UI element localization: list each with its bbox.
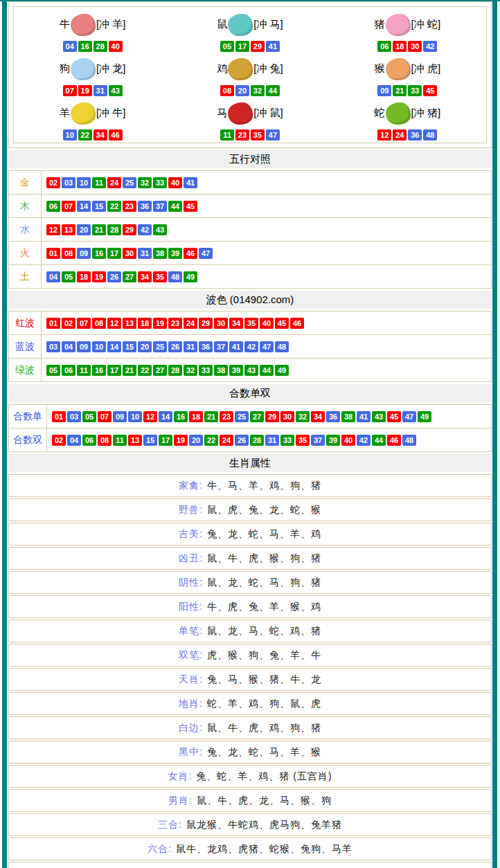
shengxiao-row-value: 鼠、牛、虎、鸡、狗、猪: [207, 722, 321, 734]
number-ball-17: 17: [107, 248, 121, 259]
number-ball-37: 37: [153, 201, 167, 212]
number-ball-09: 09: [377, 85, 391, 96]
horse-icon: [228, 102, 253, 125]
shengxiao-row-double-stroke: 双笔:虎、猴、狗、兔、羊、牛: [8, 644, 492, 667]
number-ball-43: 43: [109, 85, 123, 96]
zodiac-numbers: 12243648: [377, 129, 437, 141]
shengxiao-row-value: 兔、龙、蛇、马、羊、猴: [207, 746, 321, 759]
zodiac-name: 狗: [60, 62, 70, 75]
number-ball-14: 14: [77, 201, 91, 212]
number-ball-38: 38: [341, 411, 355, 422]
zodiac-numbers: 08203244: [220, 85, 280, 96]
number-ball-38: 38: [214, 365, 228, 376]
number-ball-03: 03: [46, 341, 60, 352]
number-ball-43: 43: [153, 224, 167, 235]
number-ball-22: 22: [204, 435, 218, 446]
bose-numbers-green: 05061116172122272832333839434449: [42, 359, 289, 381]
zodiac-cell-dog: 狗[冲 龙] 07193143: [14, 53, 171, 97]
shengxiao-row-unlucky: 凶丑:鼠、牛、虎、猴、狗、猪: [8, 547, 492, 570]
bose-row: 红波 0102070812131819232429303435404546: [9, 311, 491, 334]
shengxiao-row-value: 牛、马、羊、鸡、狗、猪: [207, 480, 321, 492]
shengxiao-row-value: 鼠牛、龙鸡、虎猪、蛇猴、兔狗、马羊: [176, 843, 352, 856]
zodiac-cell-pig: 猪[冲 蛇] 06183042: [329, 8, 486, 53]
lottery-reference-table: 牛[冲 羊] 04162840 鼠[冲 马] 05172941 猪[冲 蛇] 0…: [8, 1, 492, 868]
number-ball-22: 22: [138, 365, 152, 376]
shengxiao-row-sanhe: 三合:鼠龙猴、牛蛇鸡、虎马狗、兔羊猪: [8, 813, 492, 836]
wuxing-numbers: 0108091617303138394647: [42, 242, 213, 264]
shengxiao-row-value: 虎、猴、狗、兔、羊、牛: [207, 649, 321, 662]
number-ball-12: 12: [46, 224, 60, 235]
number-ball-32: 32: [184, 365, 197, 376]
zodiac-clash-label: [冲 蛇]: [411, 18, 441, 31]
shengxiao-row-value: 鼠、牛、虎、猴、狗、猪: [207, 552, 321, 565]
zodiac-clash-label: [冲 猪]: [411, 107, 441, 120]
wuxing-numbers: 06071415222336374445: [42, 195, 197, 217]
number-ball-03: 03: [62, 177, 75, 188]
number-ball-10: 10: [77, 177, 91, 188]
number-ball-32: 32: [296, 411, 310, 422]
number-ball-22: 22: [107, 201, 121, 212]
number-ball-43: 43: [244, 365, 258, 376]
zodiac-clash-label: [冲 羊]: [96, 18, 126, 31]
number-ball-02: 02: [46, 177, 60, 188]
number-ball-42: 42: [357, 435, 370, 446]
wuxing-label-gold: 金: [9, 171, 42, 194]
wuxing-row: 金 02031011242532334041: [9, 171, 491, 194]
shengxiao-row-yin: 阴性:鼠、龙、蛇、马、狗、猪: [8, 571, 492, 594]
number-ball-01: 01: [52, 411, 66, 422]
shengxiao-row-domestic: 家禽:牛、马、羊、鸡、狗、猪: [8, 474, 492, 497]
shengxiao-row-value: 鼠龙猴、牛蛇鸡、虎马狗、兔羊猪: [186, 819, 342, 831]
number-ball-19: 19: [153, 318, 167, 329]
bose-numbers-red: 0102070812131819232429303435404546: [42, 311, 304, 334]
number-ball-35: 35: [296, 435, 310, 446]
number-ball-28: 28: [250, 435, 264, 446]
number-ball-49: 49: [184, 271, 197, 282]
shengxiao-row-white-edge: 白边:鼠、牛、虎、鸡、狗、猪: [8, 716, 492, 739]
zodiac-clash-grid: 牛[冲 羊] 04162840 鼠[冲 马] 05172941 猪[冲 蛇] 0…: [13, 6, 487, 143]
number-ball-23: 23: [235, 129, 249, 141]
shengxiao-row-black-center: 黑中:兔、龙、蛇、马、羊、猴: [8, 741, 492, 763]
number-ball-44: 44: [168, 201, 182, 212]
number-ball-21: 21: [204, 411, 218, 422]
wuxing-row: 水 1213202128294243: [9, 217, 491, 241]
number-ball-36: 36: [138, 201, 152, 212]
number-ball-48: 48: [168, 271, 182, 282]
number-ball-26: 26: [107, 271, 121, 282]
number-ball-47: 47: [266, 129, 280, 141]
number-ball-45: 45: [184, 201, 197, 212]
number-ball-11: 11: [113, 435, 127, 446]
number-ball-17: 17: [107, 365, 121, 376]
number-ball-40: 40: [109, 41, 123, 52]
number-ball-18: 18: [77, 271, 91, 282]
number-ball-06: 06: [82, 435, 96, 446]
shengxiao-row-label: 阴性:: [179, 577, 203, 589]
bose-table: 红波 0102070812131819232429303435404546 蓝波…: [8, 311, 492, 382]
number-ball-24: 24: [220, 435, 233, 446]
shengxiao-row-value: 鼠、龙、马、蛇、鸡、猪: [207, 625, 321, 638]
shengxiao-row-label: 野兽:: [179, 504, 203, 516]
number-ball-09: 09: [77, 248, 91, 259]
number-ball-48: 48: [423, 129, 437, 141]
number-ball-46: 46: [184, 248, 197, 259]
number-ball-03: 03: [67, 411, 81, 422]
bose-label-green: 绿波: [9, 359, 42, 381]
number-ball-28: 28: [93, 41, 107, 52]
number-ball-45: 45: [423, 85, 437, 96]
zodiac-clash-label: [冲 兔]: [253, 62, 283, 75]
number-ball-27: 27: [250, 411, 264, 422]
number-ball-35: 35: [251, 129, 265, 141]
number-ball-42: 42: [244, 341, 258, 352]
number-ball-25: 25: [235, 411, 249, 422]
number-ball-12: 12: [143, 411, 157, 422]
shengxiao-row-label: 白边:: [179, 722, 203, 734]
heshu-numbers-even: 0204060811131517192022242628313335373940…: [47, 428, 416, 451]
number-ball-26: 26: [168, 341, 182, 352]
shengxiao-row-label: 三合:: [158, 819, 182, 831]
number-ball-08: 08: [92, 318, 106, 329]
number-ball-24: 24: [107, 177, 121, 188]
number-ball-29: 29: [251, 41, 265, 52]
number-ball-35: 35: [244, 318, 258, 329]
number-ball-31: 31: [184, 341, 197, 352]
zodiac-clash-label: [冲 牛]: [96, 107, 126, 120]
heshu-row: 合数单 010305070910121416182123252729303234…: [9, 405, 491, 428]
